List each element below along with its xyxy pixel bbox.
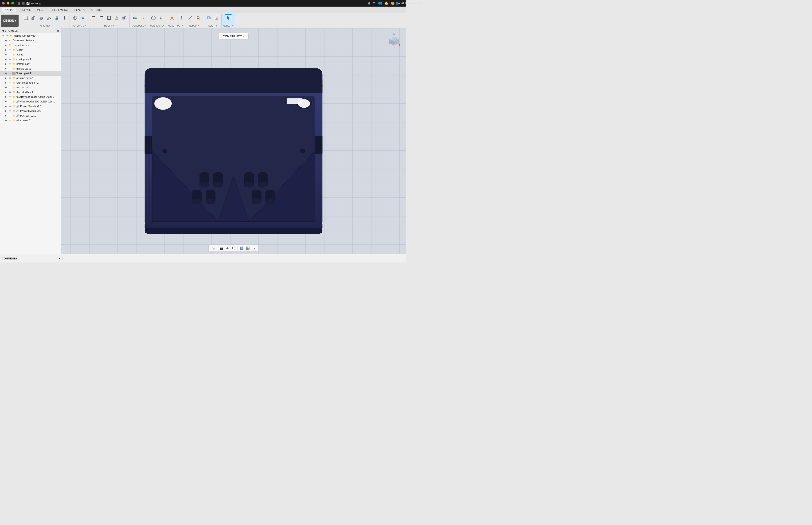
sweep-btn[interactable] xyxy=(46,14,52,21)
home-icon[interactable]: ⌂ xyxy=(39,2,41,5)
expand-arrow-pot10k[interactable]: ▶ xyxy=(4,114,7,117)
tab-plastic[interactable]: PLASTIC xyxy=(72,8,88,12)
browser-options-icon[interactable]: ⊞ xyxy=(57,29,59,32)
automate-label[interactable]: AUTOMATE ▾ xyxy=(73,25,86,27)
eye-icon-origin[interactable]: 👁 xyxy=(9,48,12,51)
expand-arrow-middle-part[interactable]: ▶ xyxy=(4,67,7,70)
browser-item-black-oxide[interactable]: ▶ 👁 📁 93210A020_Black-Oxide Steel ... xyxy=(0,94,61,99)
eye-icon-wire-cover[interactable]: 👁 xyxy=(9,119,12,122)
browser-item-pot10k[interactable]: ▶ 👁 📁 🔗 POT10K v1:1 xyxy=(0,113,61,118)
tab-utilities[interactable]: UTILITIES xyxy=(89,8,106,12)
browser-item-origin[interactable]: ▶ 👁 📁 Origin xyxy=(0,47,61,52)
new-component-btn[interactable] xyxy=(22,14,29,21)
browser-item-power-switch-1[interactable]: ▶ 👁 📁 🔗 Power Switch v1:1 xyxy=(0,104,61,108)
tab-mesh[interactable]: MESH xyxy=(34,8,47,12)
eye-icon-middle-part[interactable]: 👁 xyxy=(9,67,12,70)
measure-btn[interactable] xyxy=(187,14,194,21)
comments-toggle[interactable]: + xyxy=(59,257,60,260)
loft-btn[interactable] xyxy=(53,14,60,21)
eye-icon-power-switch-1[interactable]: 👁 xyxy=(9,105,12,108)
insert-btn1[interactable] xyxy=(205,14,212,21)
eye-icon-cooling-fan[interactable]: 👁 xyxy=(9,58,12,61)
save-icon[interactable]: 💾 xyxy=(26,2,30,5)
eye-icon-weewooday[interactable]: 👁 xyxy=(9,100,12,103)
viewport[interactable]: CONSTRUCT > xyxy=(61,28,406,254)
assemble-btn2[interactable] xyxy=(139,14,147,21)
design-button[interactable]: DESIGN ▾ xyxy=(1,15,18,27)
refresh-icon[interactable]: ⟳ xyxy=(373,1,376,5)
grid-icon[interactable]: ⊞ xyxy=(18,2,20,5)
grid-btn[interactable] xyxy=(245,245,250,251)
expand-arrow-named-views[interactable]: ▶ xyxy=(4,44,7,47)
file-menu-icon[interactable]: ▤ xyxy=(22,2,25,5)
appearance-btn[interactable] xyxy=(251,245,257,251)
browser-item-named-views[interactable]: ▶ 📁 Named Views xyxy=(0,43,61,47)
browser-item-top-part[interactable]: ▶ 👁 top part:1 xyxy=(0,71,61,76)
browser-item-root[interactable]: ▼ 👁 📁 mobile furnace v30 xyxy=(0,33,61,38)
expand-arrow-current-controller[interactable]: ▶ xyxy=(4,81,7,84)
modify-label[interactable]: MODIFY ▾ xyxy=(104,25,114,27)
tab-solid[interactable]: SOLID xyxy=(2,8,16,12)
insert-btn2[interactable] xyxy=(213,14,220,21)
add-tab-icon[interactable]: ⊕ xyxy=(368,1,370,5)
browser-item-wire-cover[interactable]: ▶ 👁 📁 wire cover:1 xyxy=(0,118,61,123)
eye-icon-arduino-nano[interactable]: 👁 xyxy=(9,76,12,80)
tab-surface[interactable]: SURFACE xyxy=(16,8,34,12)
snap-btn[interactable] xyxy=(211,245,216,251)
expand-arrow-root[interactable]: ▼ xyxy=(1,34,5,38)
fillet-btn[interactable] xyxy=(90,14,97,21)
shell-btn[interactable] xyxy=(106,14,112,21)
expand-arrow-weewooday[interactable]: ▶ xyxy=(4,100,7,103)
bell-icon[interactable]: 🔔 xyxy=(384,1,388,5)
expand-arrow-joints[interactable]: ▶ xyxy=(4,53,7,56)
browser-item-weewooday[interactable]: ▶ 👁 📁 🔗 Weewooday I2C OLED 0.98... xyxy=(0,99,61,104)
browser-item-power-switch-2[interactable]: ▶ 👁 📁 🔗 Power Switch v1:2 xyxy=(0,108,61,113)
eye-icon-current-controller[interactable]: 👁 xyxy=(9,81,12,84)
tab-sheet-metal[interactable]: SHEET METAL xyxy=(48,8,71,12)
configure-btn1[interactable] xyxy=(150,14,157,21)
eye-icon-threaded-bar[interactable]: 👁 xyxy=(9,90,12,94)
construct-btn2[interactable] xyxy=(176,14,183,21)
eye-icon-top-part-lid[interactable]: 👁 xyxy=(9,86,12,89)
eye-icon-root[interactable]: 👁 xyxy=(6,34,9,38)
globe-icon[interactable]: 🌐 xyxy=(378,1,382,5)
automate-btn1[interactable] xyxy=(72,14,79,21)
expand-arrow-arduino-nano[interactable]: ▶ xyxy=(4,76,7,80)
orbit-btn[interactable] xyxy=(225,245,230,251)
eye-icon-top-part[interactable]: 👁 xyxy=(9,72,12,75)
create-label[interactable]: CREATE ▾ xyxy=(40,25,50,27)
camera-btn[interactable]: 📷 xyxy=(219,245,224,251)
browser-item-arduino-nano[interactable]: ▶ 👁 📁 arduino nano:1 xyxy=(0,76,61,80)
select-btn[interactable] xyxy=(225,14,232,21)
expand-arrow-origin[interactable]: ▶ xyxy=(4,48,7,51)
draft-btn[interactable] xyxy=(113,14,120,21)
inspect-label[interactable]: INSPECT ▾ xyxy=(189,25,199,27)
expand-arrow-cooling-fan[interactable]: ▶ xyxy=(4,58,7,61)
browser-item-threaded-bar[interactable]: ▶ 👁 📁 threaded bar:1 xyxy=(0,90,61,94)
browser-item-doc-settings[interactable]: ▶ ⚙ Document Settings xyxy=(0,38,61,43)
assemble-label[interactable]: ASSEMBLE ▾ xyxy=(133,25,146,27)
zoom-btn[interactable] xyxy=(231,245,236,251)
expand-arrow-power-switch-2[interactable]: ▶ xyxy=(4,109,7,112)
expand-arrow-wire-cover[interactable]: ▶ xyxy=(4,119,7,122)
maximize-button[interactable]: + xyxy=(11,2,15,5)
eye-icon-bottom-part[interactable]: 👁 xyxy=(9,62,12,65)
select-label[interactable]: SELECT ▾ xyxy=(224,25,233,27)
eye-icon-pot10k[interactable]: 👁 xyxy=(9,114,12,117)
close-button[interactable]: ✕ xyxy=(2,2,5,5)
joint-btn[interactable] xyxy=(132,14,139,21)
expand-arrow-doc-settings[interactable]: ▶ xyxy=(4,39,7,42)
expand-arrow-power-switch-1[interactable]: ▶ xyxy=(4,105,7,108)
eye-icon-joints[interactable]: 👁 xyxy=(9,53,12,56)
construct-label[interactable]: CONSTRUCT ▾ xyxy=(168,25,183,27)
display-mode-btn[interactable] xyxy=(239,245,244,251)
eye-icon-black-oxide[interactable]: 👁 xyxy=(9,95,12,99)
undo-icon[interactable]: ↩ xyxy=(31,2,34,5)
browser-item-joints[interactable]: ▶ 👁 📁 Joints xyxy=(0,52,61,57)
eye-icon-power-switch-2[interactable]: 👁 xyxy=(9,109,12,112)
construct-btn1[interactable] xyxy=(168,14,175,21)
revolve-btn[interactable] xyxy=(38,14,45,21)
automate-btn2[interactable] xyxy=(79,14,87,21)
expand-arrow-top-part[interactable]: ▶ xyxy=(4,72,7,75)
minimize-button[interactable]: − xyxy=(6,2,10,5)
